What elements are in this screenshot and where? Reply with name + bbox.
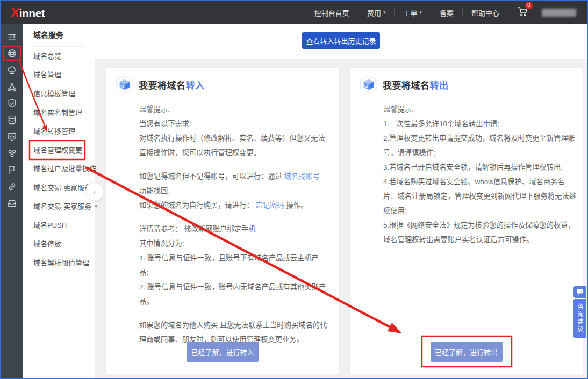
transfer-in-card: 我要将域名转入 温馨提示:当您有以下需求:对域名执行操作时（修改解析、实名、续费… <box>105 67 340 374</box>
text-segment: 如您记得域名但不记得账号，可以进行：通过 <box>139 172 284 180</box>
text-segment: 温馨提示: <box>139 105 170 113</box>
inline-link[interactable]: 域名找账号 <box>284 172 320 180</box>
account-name-redacted[interactable] <box>542 9 576 17</box>
sidebar-item-7[interactable]: 域名过户及批量操作 <box>23 159 95 178</box>
nav-item-4[interactable]: 备案 <box>439 8 455 18</box>
nav-divider <box>462 9 463 16</box>
card-paragraph: 4.若域名购买过域名安全锁、whois信息保护、域名商务名片、域名注册局锁定，管… <box>383 174 579 218</box>
card-paragraph: 2.管理权变更转出申请提交成功，域名将及时变更至新管理账号，请谨慎操作; <box>383 131 579 160</box>
nav-item-1[interactable]: 控制台首页 <box>313 8 350 18</box>
inbox-icon[interactable] <box>6 198 17 208</box>
sidebar-items: 域名总览域名管理信息模板管理域名实名制管理域名转移管理域名管理权变更域名过户及批… <box>23 47 95 272</box>
nav-item-2[interactable]: 费用▾ <box>366 8 387 18</box>
text-segment: 4.若域名购买过域名安全锁、whois信息保护、域名商务名片、域名注册局锁定，管… <box>383 178 576 215</box>
text-segment: 对域名执行操作时（修改解析、实名、续费等）但您又无法直接操作时，您可以执行管理权… <box>139 134 325 157</box>
text-segment: 详情请参考： 修改新网账户绑定手机 <box>139 225 255 233</box>
text-segment: 3.若域名已开启域名安全锁，请解锁后再操作管理权转出; <box>383 163 563 171</box>
card-paragraph: 当您有以下需求: <box>139 116 327 131</box>
card-paragraph: 对域名执行操作时（修改解析、实名、续费等）但您又无法直接操作时，您可以执行管理权… <box>139 131 327 160</box>
card-paragraph: 其中情况分为: <box>139 236 327 251</box>
transfer-out-text: 温馨提示:1.一次性最多允许10个域名转出申请;2.管理权变更转出申请提交成功，… <box>383 102 579 247</box>
text-segment: 2.管理权变更转出申请提交成功，域名将及时变更至新管理账号，请谨慎操作; <box>383 134 575 157</box>
sidebar-collapse-button[interactable]: ‹ <box>85 183 104 201</box>
domain-box-icon <box>360 75 378 93</box>
sidebar-item-2[interactable]: 域名管理 <box>23 65 95 84</box>
proceed-transfer-out-button[interactable]: 已经了解，进行转出 <box>431 342 503 362</box>
text-segment: 功能找回; <box>139 187 170 195</box>
sidebar-item-11[interactable]: 域名停放 <box>23 235 95 253</box>
globe-icon[interactable] <box>6 48 17 59</box>
chat-bubble-icon <box>573 286 586 298</box>
flag-icon[interactable] <box>6 164 17 175</box>
view-history-button[interactable]: 查看转入转出历史记录 <box>302 32 380 49</box>
toolbar: 查看转入转出历史记录 <box>95 24 587 59</box>
navbar-menu: 控制台首页费用▾工单▾备案帮助中心 <box>313 8 516 18</box>
card-paragraph: 3.若域名已开启域名安全锁，请解锁后再操作管理权转出; <box>383 160 579 174</box>
proceed-transfer-in-button[interactable]: 已经了解，进行转入 <box>187 342 259 362</box>
cloud-server-icon[interactable] <box>6 64 17 75</box>
database-icon[interactable] <box>6 114 17 125</box>
text-segment: 5.根据《网络安全法》规定为核验您的操作及保障您的权益，域名管理权转出需要账户实… <box>383 221 575 244</box>
nav-divider <box>394 9 395 16</box>
icon-rail <box>1 24 23 378</box>
sidebar-header: 域名服务 <box>33 29 84 47</box>
text-segment: 温馨提示: <box>383 105 414 113</box>
card-paragraph: 2. 账号信息与证件一致，账号内无域名产品或有其他类别产品。 <box>139 280 327 309</box>
collapse-menu-icon[interactable] <box>6 31 17 42</box>
sidebar-item-6[interactable]: 域名管理权变更 <box>23 141 95 159</box>
consult-tab[interactable]: 咨询建议 <box>573 286 586 338</box>
nav-divider <box>358 9 358 16</box>
sidebar: 域名服务 域名总览域名管理信息模板管理域名实名制管理域名转移管理域名管理权变更域… <box>23 24 95 378</box>
card-paragraph: 详情请参考： 修改新网账户绑定手机 <box>139 222 327 236</box>
chevron-down-icon: ▾ <box>419 10 422 15</box>
domain-box-icon <box>116 75 134 93</box>
sidebar-item-9[interactable]: 域名交易-买家服务▾ <box>23 197 95 216</box>
card-title-transfer-in: 我要将域名转入 <box>139 78 205 91</box>
nav-divider <box>508 9 508 16</box>
card-paragraph: 如您记得域名但不记得账号，可以进行：通过 域名找账号 功能找回; <box>139 169 327 198</box>
transfer-in-text: 温馨提示:当您有以下需求:对域名执行操作时（修改解析、实名、续费等）但您又无法直… <box>139 102 327 347</box>
logo-x-mark: X <box>10 6 20 19</box>
cart-button[interactable]: 0 <box>517 6 528 19</box>
card-title-transfer-out: 我要将域名转出 <box>383 78 449 91</box>
card-paragraph: 1. 账号信息与证件一致，且账号下有域名产品或云主机产品; <box>139 251 327 280</box>
transfer-out-card: 我要将域名转出 温馨提示:1.一次性最多允许10个域名转出申请;2.管理权变更转… <box>349 67 583 374</box>
sidebar-item-1[interactable]: 域名总览 <box>23 47 95 65</box>
card-paragraph: 5.根据《网络安全法》规定为核验您的操作及保障您的权益，域名管理权转出需要账户实… <box>383 218 579 247</box>
text-segment: 操作。 <box>284 201 308 209</box>
sidebar-item-10[interactable]: 域名PUSH <box>23 216 95 235</box>
card-paragraph: 如果您的域名为自行购买，请进行： 忘记密码 操作。 <box>139 198 327 213</box>
card-header: 我要将域名转出 <box>360 75 583 93</box>
card-paragraph: 温馨提示: <box>139 102 327 116</box>
text-segment: 如果您的域名为自行购买，请进行： <box>139 201 255 209</box>
chevron-down-icon: ▾ <box>383 10 386 15</box>
sidebar-item-12[interactable]: 域名解析阈值管理 <box>23 253 95 272</box>
text-segment: 1. 账号信息与证件一致，且账号下有域名产品或云主机产品; <box>139 254 319 276</box>
sidebar-item-8[interactable]: 域名交易-卖家服务 <box>23 178 95 197</box>
nav-item-5[interactable]: 帮助中心 <box>470 8 500 18</box>
link-icon[interactable] <box>6 181 17 192</box>
main-content: 查看转入转出历史记录 我要将域名转入 温馨提示:当您有以下需 <box>95 24 587 378</box>
cart-badge: 0 <box>525 2 533 9</box>
nav-divider <box>431 9 431 16</box>
chevron-left-icon: ‹ <box>94 187 96 196</box>
text-segment: 当您有以下需求: <box>139 120 191 128</box>
share-nodes-icon[interactable] <box>6 81 17 92</box>
shield-icon[interactable] <box>6 98 17 108</box>
text-segment: 其中情况分为: <box>139 239 184 247</box>
sidebar-item-3[interactable]: 信息模板管理 <box>23 84 95 103</box>
consult-tab-label: 咨询建议 <box>573 299 586 338</box>
xinnet-logo[interactable]: Xinnet <box>11 6 45 19</box>
app-window: Xinnet 控制台首页费用▾工单▾备案帮助中心 0 域名服务 域名总览域名管理… <box>0 0 588 379</box>
card-paragraph: 温馨提示: <box>383 102 579 116</box>
cluster-icon[interactable] <box>6 148 17 158</box>
inline-link[interactable]: 忘记密码 <box>255 201 284 209</box>
card-paragraph: 1.一次性最多允许10个域名转出申请; <box>383 116 579 131</box>
chart-board-icon[interactable] <box>6 131 17 142</box>
text-segment: 1.一次性最多允许10个域名转出申请; <box>383 120 499 128</box>
nav-item-3[interactable]: 工单▾ <box>402 8 423 18</box>
top-navbar: Xinnet 控制台首页费用▾工单▾备案帮助中心 0 <box>1 1 587 24</box>
sidebar-item-4[interactable]: 域名实名制管理 <box>23 103 95 122</box>
text-segment: 2. 账号信息与证件一致，账号内无域名产品或有其他类别产品。 <box>139 283 326 305</box>
sidebar-item-5[interactable]: 域名转移管理 <box>23 122 95 141</box>
